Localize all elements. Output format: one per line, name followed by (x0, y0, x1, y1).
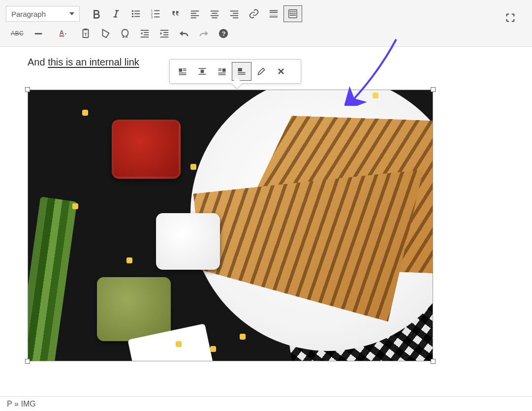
svg-rect-23 (233, 17, 238, 18)
image-floating-toolbar (169, 59, 301, 84)
svg-text:T: T (84, 32, 87, 37)
svg-rect-39 (60, 35, 64, 36)
svg-rect-18 (211, 15, 219, 16)
svg-rect-60 (199, 74, 206, 75)
align-center-button[interactable] (205, 5, 224, 23)
svg-rect-21 (233, 13, 238, 14)
svg-rect-45 (144, 34, 149, 35)
status-bar: P » IMG (0, 396, 532, 411)
svg-rect-29 (290, 11, 291, 12)
svg-rect-9 (154, 10, 159, 11)
svg-rect-37 (290, 15, 296, 16)
svg-rect-47 (160, 30, 169, 31)
svg-point-2 (132, 16, 134, 18)
img-align-right-button[interactable] (212, 62, 232, 81)
resize-handle-bottom-right[interactable] (431, 359, 436, 364)
selected-image[interactable] (28, 90, 433, 361)
text-color-button[interactable] (48, 25, 76, 42)
svg-rect-4 (134, 13, 140, 14)
chevron-down-icon (69, 12, 74, 15)
italic-button[interactable] (106, 5, 126, 23)
svg-rect-59 (201, 70, 204, 73)
bold-button[interactable] (87, 5, 106, 23)
svg-rect-11 (154, 17, 159, 18)
blockquote-button[interactable] (165, 5, 185, 23)
svg-rect-13 (191, 13, 196, 14)
svg-rect-61 (222, 68, 226, 72)
editor-toolbar: Paragraph 123 ABC T (0, 0, 532, 47)
svg-rect-62 (219, 68, 222, 69)
svg-rect-50 (160, 36, 169, 37)
redo-button[interactable] (194, 25, 214, 42)
align-left-button[interactable] (185, 5, 205, 23)
img-align-center-button[interactable] (192, 62, 212, 81)
bullet-list-button[interactable] (126, 5, 146, 23)
svg-rect-22 (230, 15, 239, 16)
svg-rect-56 (179, 73, 187, 74)
numbered-list-button[interactable]: 123 (146, 5, 165, 23)
editor-content[interactable]: And this is an internal link to some oth… (0, 47, 532, 385)
svg-rect-5 (134, 16, 140, 17)
img-align-left-button[interactable] (173, 62, 192, 81)
svg-point-1 (132, 13, 134, 15)
breadcrumb-sep: » (12, 400, 21, 409)
img-align-none-button[interactable] (232, 62, 251, 81)
svg-rect-3 (134, 11, 140, 12)
svg-rect-30 (291, 11, 293, 12)
svg-rect-44 (144, 32, 149, 33)
editor-window: Paragraph 123 ABC T (0, 0, 532, 411)
svg-rect-46 (141, 36, 149, 37)
svg-rect-10 (154, 13, 159, 14)
breadcrumb-p[interactable]: P (7, 400, 12, 409)
svg-rect-64 (219, 73, 226, 74)
svg-rect-54 (183, 68, 187, 69)
svg-rect-12 (191, 11, 199, 12)
indent-button[interactable] (155, 25, 174, 42)
format-select[interactable]: Paragraph (6, 6, 80, 22)
svg-rect-66 (238, 68, 242, 71)
svg-rect-31 (293, 11, 295, 12)
svg-rect-27 (270, 17, 278, 18)
svg-rect-36 (295, 13, 296, 14)
clear-format-button[interactable] (95, 25, 115, 42)
breadcrumb-img[interactable]: IMG (21, 400, 35, 409)
food-sandwich-image (28, 90, 433, 361)
internal-link[interactable]: this is an internal link (48, 57, 139, 67)
svg-rect-49 (163, 34, 168, 35)
special-char-button[interactable] (115, 25, 135, 42)
hr-button[interactable] (29, 25, 48, 42)
svg-rect-57 (179, 74, 187, 75)
img-edit-button[interactable] (251, 62, 271, 81)
svg-rect-53 (179, 68, 183, 72)
img-remove-button[interactable] (271, 62, 291, 81)
svg-rect-34 (291, 13, 293, 14)
link-button[interactable] (244, 5, 264, 23)
toolbar-row-1: Paragraph 123 (6, 4, 526, 24)
paste-text-button[interactable]: T (76, 25, 95, 42)
text-before: And (28, 57, 48, 67)
svg-rect-24 (270, 10, 278, 11)
read-more-button[interactable] (264, 5, 283, 23)
outdent-button[interactable] (135, 25, 155, 42)
toolbar-toggle-button[interactable] (283, 5, 302, 22)
svg-rect-17 (212, 13, 218, 14)
help-button[interactable]: ? (214, 25, 233, 42)
resize-handle-top-left[interactable] (25, 87, 30, 92)
svg-rect-65 (219, 74, 226, 75)
svg-rect-55 (183, 70, 187, 71)
svg-rect-15 (191, 17, 196, 18)
svg-point-0 (132, 10, 134, 12)
svg-rect-68 (238, 74, 246, 75)
svg-rect-25 (270, 12, 278, 13)
svg-text:3: 3 (151, 15, 153, 19)
resize-handle-top-right[interactable] (431, 87, 436, 92)
align-right-button[interactable] (224, 5, 244, 23)
toolbar-row-2: ABC T ? (6, 24, 526, 43)
strikethrough-button[interactable]: ABC (6, 25, 29, 42)
svg-rect-48 (163, 32, 168, 33)
undo-button[interactable] (174, 25, 194, 42)
svg-rect-20 (230, 11, 239, 12)
svg-rect-35 (293, 13, 295, 14)
svg-rect-14 (191, 15, 199, 16)
resize-handle-bottom-left[interactable] (25, 359, 30, 364)
